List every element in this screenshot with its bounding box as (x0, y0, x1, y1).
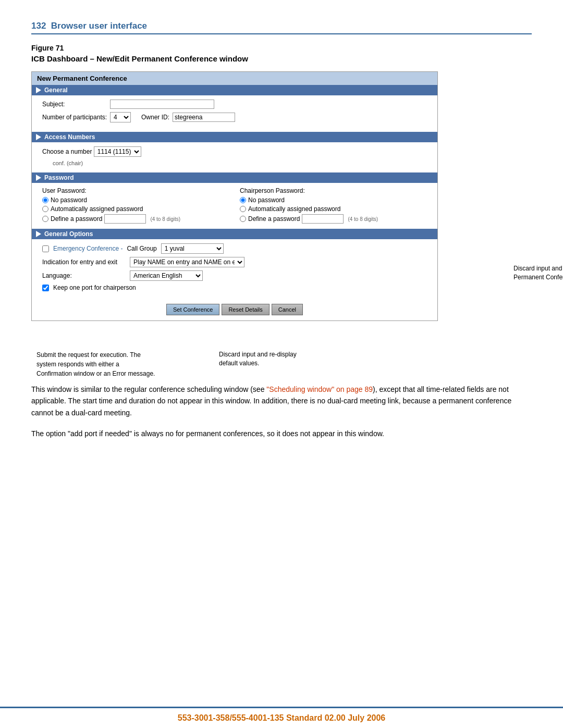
indication-row: Indication for entry and exit Play NAME … (42, 257, 427, 267)
chair-auto-password-label: Automatically assigned password (248, 205, 340, 213)
figure-title: ICB Dashboard – New/Edit Permanent Confe… (31, 54, 532, 63)
choose-number-row: Choose a number 1114 (1115) (42, 146, 427, 157)
chair-no-password-row: No password (240, 196, 427, 204)
cancel-button[interactable]: Cancel (272, 304, 303, 315)
submit-annotation: Submit the request for execution. The sy… (36, 350, 156, 378)
footer-text: 553-3001-358/555-4001-135 Standard 02.00… (178, 713, 386, 723)
chair-define-password-input[interactable] (302, 214, 344, 224)
user-define-password-radio[interactable] (42, 216, 48, 222)
user-digits-note: (4 to 8 digits) (150, 216, 180, 222)
body-paragraph-2: The option "add port if needed" is alway… (31, 428, 532, 439)
access-arrow-icon (36, 134, 41, 140)
section-title: Browser user interface (51, 21, 147, 31)
discard-reset-annotation: Discard input and re-display default val… (219, 350, 302, 368)
general-options-content: Emergency Conference - Call Group 1 yuva… (32, 239, 437, 300)
section-number: 132 (31, 21, 46, 31)
emergency-link[interactable]: Emergency Conference - (53, 245, 123, 252)
reset-details-button[interactable]: Reset Details (222, 304, 269, 315)
language-select[interactable]: American English (130, 270, 203, 281)
language-row: Language: American English (42, 270, 427, 281)
subject-row: Subject: (42, 100, 427, 109)
set-conference-button[interactable]: Set Conference (166, 304, 219, 315)
user-password-col: User Password: No password Automatically… (42, 187, 229, 224)
general-options-label: General Options (44, 230, 93, 238)
user-auto-password-radio[interactable] (42, 206, 48, 212)
chair-digits-note: (4 to 8 digits) (348, 216, 378, 222)
choose-number-label: Choose a number (42, 148, 92, 155)
language-label: Language: (42, 272, 126, 279)
keep-port-checkbox[interactable] (42, 285, 49, 291)
choose-number-select[interactable]: 1114 (1115) (94, 146, 141, 157)
user-no-password-label: No password (51, 196, 87, 204)
body-section: This window is similar to the regular co… (31, 384, 532, 440)
user-define-password-input[interactable] (104, 214, 146, 224)
user-auto-password-label: Automatically assigned password (51, 205, 143, 213)
emergency-checkbox[interactable] (42, 245, 49, 252)
dialog-box: New Permanent Conference General Subject… (31, 71, 438, 321)
dialog-title: New Permanent Conference (37, 75, 127, 82)
page-footer: 553-3001-358/555-4001-135 Standard 02.00… (0, 707, 563, 728)
general-content: Subject: Number of participants: 4 8 16 … (32, 95, 437, 132)
chair-define-password-label: Define a password (248, 215, 300, 223)
participants-label: Number of participants: (42, 114, 110, 121)
chair-no-password-radio[interactable] (240, 197, 246, 203)
indication-select[interactable]: Play NAME on entry and NAME on exit (130, 257, 244, 267)
subject-label: Subject: (42, 101, 110, 108)
chair-auto-password-row: Automatically assigned password (240, 205, 427, 213)
submit-annotation-text: Submit the request for execution. The sy… (36, 351, 155, 377)
access-numbers-content: Choose a number 1114 (1115) conf. (chair… (32, 142, 437, 172)
user-auto-password-row: Automatically assigned password (42, 205, 229, 213)
user-no-password-radio[interactable] (42, 197, 48, 203)
discard-cancel-annotation: Discard input and return to the Permanen… (513, 264, 563, 282)
chair-password-title: Chairperson Password: (240, 187, 427, 194)
conf-note: conf. (chair) (53, 160, 427, 166)
owner-input[interactable] (173, 113, 235, 122)
user-password-title: User Password: (42, 187, 229, 194)
scheduling-window-link[interactable]: "Scheduling window" on page 89 (266, 385, 373, 393)
figure-container: New Permanent Conference General Subject… (31, 71, 500, 321)
user-define-password-row: Define a password (4 to 8 digits) (42, 214, 229, 224)
body-paragraph-1: This window is similar to the regular co… (31, 384, 532, 418)
call-group-label: Call Group (127, 245, 156, 252)
access-numbers-label: Access Numbers (44, 133, 95, 141)
general-label: General (44, 87, 68, 94)
general-arrow-icon (36, 87, 41, 93)
indication-label: Indication for entry and exit (42, 258, 126, 266)
participants-row: Number of participants: 4 8 16 Owner ID: (42, 112, 427, 122)
chair-no-password-label: No password (248, 196, 285, 204)
user-define-password-label: Define a password (51, 215, 102, 223)
chair-auto-password-radio[interactable] (240, 206, 246, 212)
password-arrow-icon (36, 175, 41, 181)
button-row: Set Conference Reset Details Cancel (32, 300, 437, 320)
discard-cancel-text: Discard input and return to the Permanen… (513, 265, 563, 281)
password-content: User Password: No password Automatically… (32, 183, 437, 229)
chair-define-password-row: Define a password (4 to 8 digits) (240, 214, 427, 224)
user-no-password-row: No password (42, 196, 229, 204)
participants-select[interactable]: 4 8 16 (110, 112, 131, 122)
chair-define-password-radio[interactable] (240, 216, 246, 222)
call-group-select[interactable]: 1 yuval (161, 243, 224, 254)
password-label: Password (44, 174, 74, 181)
keep-port-label: Keep one port for chairperson (53, 284, 136, 291)
emergency-row: Emergency Conference - Call Group 1 yuva… (42, 243, 427, 254)
general-options-arrow-icon (36, 231, 41, 237)
section-header: 132 Browser user interface (31, 21, 532, 34)
general-section-bar: General (32, 85, 437, 95)
access-numbers-section-bar: Access Numbers (32, 132, 437, 142)
keep-port-row: Keep one port for chairperson (42, 284, 427, 291)
discard-reset-text: Discard input and re-display default val… (219, 351, 297, 367)
figure-label: Figure 71 (31, 44, 532, 52)
general-options-section-bar: General Options (32, 229, 437, 239)
subject-input[interactable] (110, 100, 214, 109)
chair-password-col: Chairperson Password: No password Automa… (240, 187, 427, 224)
dialog-title-bar: New Permanent Conference (32, 72, 437, 85)
password-section-bar: Password (32, 172, 437, 183)
owner-label: Owner ID: (141, 114, 169, 121)
